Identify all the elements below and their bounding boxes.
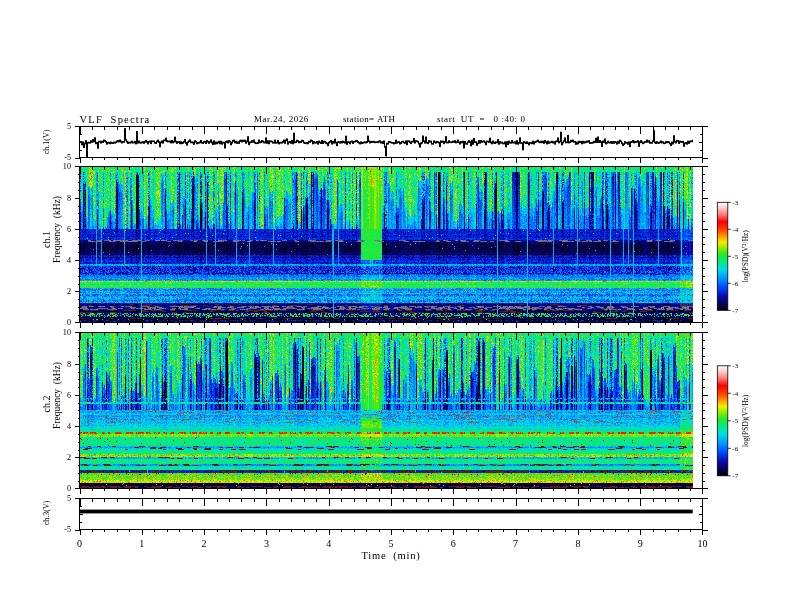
svg-text:Frequency (kHz): Frequency (kHz) xyxy=(52,362,63,429)
svg-text:ch.1: ch.1 xyxy=(41,231,52,248)
svg-text:8: 8 xyxy=(67,194,71,203)
svg-text:-6: -6 xyxy=(732,280,738,288)
svg-text:7: 7 xyxy=(513,538,518,549)
svg-text:Time (min): Time (min) xyxy=(361,550,420,562)
svg-text:10: 10 xyxy=(698,538,708,549)
svg-text:-4: -4 xyxy=(732,390,738,398)
svg-text:4: 4 xyxy=(67,422,71,431)
svg-text:-5: -5 xyxy=(64,525,71,534)
svg-text:2: 2 xyxy=(202,538,207,549)
svg-text:Frequency (kHz): Frequency (kHz) xyxy=(52,196,63,263)
svg-text:10: 10 xyxy=(63,328,71,337)
svg-text:2: 2 xyxy=(67,287,71,296)
svg-text:1: 1 xyxy=(139,538,144,549)
svg-text:start UT = 0 :40: 0: start UT = 0 :40: 0 xyxy=(437,114,525,124)
svg-text:-3: -3 xyxy=(732,362,738,370)
svg-text:log(PSD)(V2/Hz): log(PSD)(V2/Hz) xyxy=(741,394,750,447)
svg-text:ch.1(V): ch.1(V) xyxy=(42,129,51,154)
svg-text:0: 0 xyxy=(67,484,71,493)
svg-text:-7: -7 xyxy=(732,307,738,315)
svg-text:0: 0 xyxy=(67,318,71,327)
svg-text:10: 10 xyxy=(63,162,71,171)
svg-text:9: 9 xyxy=(638,538,643,549)
svg-text:0: 0 xyxy=(77,538,82,549)
svg-text:6: 6 xyxy=(67,391,71,400)
svg-text:ch.2: ch.2 xyxy=(41,396,52,413)
svg-text:VLF Spectra: VLF Spectra xyxy=(80,114,151,125)
svg-text:4: 4 xyxy=(67,256,71,265)
svg-text:3: 3 xyxy=(264,538,269,549)
svg-text:6: 6 xyxy=(451,538,456,549)
svg-text:-5: -5 xyxy=(64,153,71,162)
svg-text:8: 8 xyxy=(575,538,580,549)
svg-text:-3: -3 xyxy=(732,199,738,207)
svg-text:Mar.24, 2026: Mar.24, 2026 xyxy=(254,114,309,124)
svg-text:2: 2 xyxy=(67,453,71,462)
svg-text:5: 5 xyxy=(67,494,71,503)
svg-text:5: 5 xyxy=(389,538,394,549)
svg-text:-6: -6 xyxy=(732,445,738,453)
svg-text:log(PSD)(V2/Hz): log(PSD)(V2/Hz) xyxy=(741,230,750,283)
svg-text:5: 5 xyxy=(67,122,71,131)
svg-text:-5: -5 xyxy=(732,253,738,261)
svg-text:6: 6 xyxy=(67,225,71,234)
svg-text:-4: -4 xyxy=(732,226,738,234)
svg-text:-7: -7 xyxy=(732,472,738,480)
svg-text:-5: -5 xyxy=(732,417,738,425)
svg-text:4: 4 xyxy=(326,538,331,549)
svg-text:ch.3(V): ch.3(V) xyxy=(42,500,51,525)
svg-text:8: 8 xyxy=(67,360,71,369)
svg-text:station= ATH: station= ATH xyxy=(343,114,396,124)
